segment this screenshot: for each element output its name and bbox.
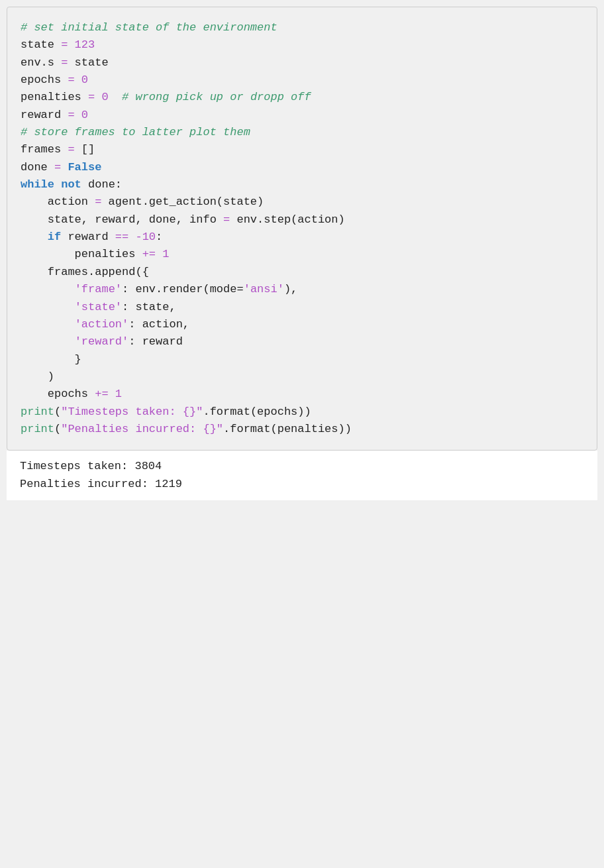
output-line: Penalties incurred: 1219 [20, 475, 584, 493]
code-line: epochs += 1 [21, 386, 583, 403]
code-line: frames.append({ [21, 264, 583, 281]
code-line: if reward == -10: [21, 229, 583, 246]
code-line: 'state': state, [21, 299, 583, 316]
code-line: # set initial state of the environment [21, 19, 583, 36]
code-line: # store frames to latter plot them [21, 124, 583, 141]
code-line: penalties = 0 # wrong pick up or dropp o… [21, 89, 583, 106]
code-line: ) [21, 368, 583, 386]
code-line: print("Penalties incurred: {}".format(pe… [21, 421, 583, 438]
code-line: 'action': action, [21, 316, 583, 333]
code-line: action = agent.get_action(state) [21, 193, 583, 211]
code-line: reward = 0 [21, 107, 583, 124]
code-line: epochs = 0 [21, 72, 583, 89]
code-line: print("Timesteps taken: {}".format(epoch… [21, 404, 583, 421]
code-line: env.s = state [21, 54, 583, 72]
code-line: 'frame': env.render(mode='ansi'), [21, 281, 583, 298]
code-block: # set initial state of the environmentst… [7, 7, 597, 451]
code-line: penalties += 1 [21, 246, 583, 263]
output-block: Timesteps taken: 3804Penalties incurred:… [7, 451, 597, 500]
code-line: while not done: [21, 176, 583, 193]
code-line: state, reward, done, info = env.step(act… [21, 211, 583, 229]
code-line: 'reward': reward [21, 333, 583, 351]
output-line: Timesteps taken: 3804 [20, 457, 584, 475]
code-line: } [21, 351, 583, 368]
code-line: frames = [] [21, 141, 583, 158]
code-line: state = 123 [21, 36, 583, 54]
code-line: done = False [21, 159, 583, 176]
